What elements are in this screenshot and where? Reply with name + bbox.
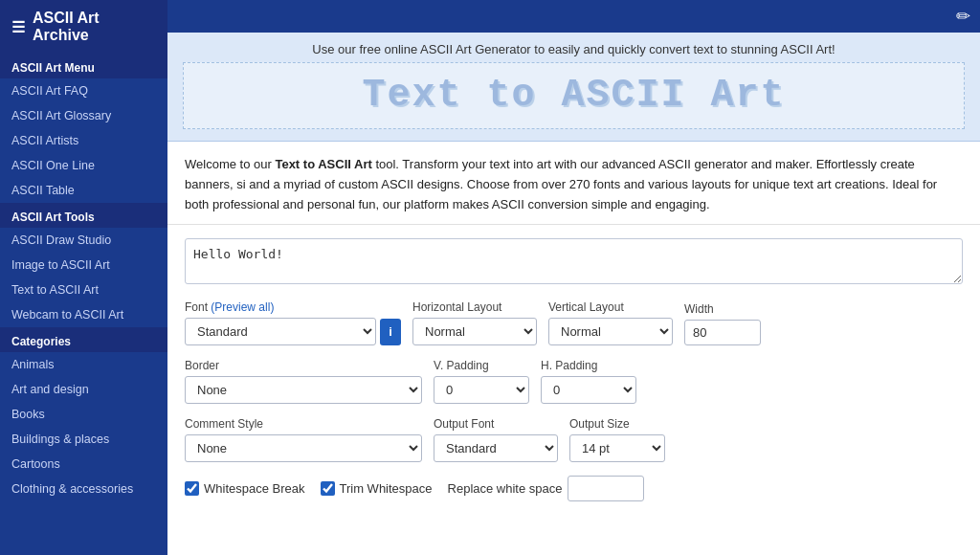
text-input[interactable]: Hello World! <box>185 238 963 284</box>
main-content: ✏ Use our free online ASCII Art Generato… <box>167 0 980 555</box>
hamburger-icon[interactable]: ☰ <box>11 18 25 36</box>
comment-style-group: Comment Style None C C++ HTML <box>185 417 422 462</box>
vpadding-select[interactable]: 0 1 2 3 <box>434 376 529 404</box>
controls-row-2: Border None Single Line Double Line V. P… <box>185 359 963 404</box>
sidebar-item-table[interactable]: ASCII Table <box>0 178 167 203</box>
border-group: Border None Single Line Double Line <box>185 359 422 404</box>
hpadding-label: H. Padding <box>541 359 636 372</box>
comment-style-label: Comment Style <box>185 417 422 431</box>
border-select[interactable]: None Single Line Double Line <box>185 376 422 404</box>
replace-whitespace-label[interactable]: Replace white space <box>448 476 644 501</box>
vertical-layout-select[interactable]: Normal Fitted Full <box>548 318 673 345</box>
font-preview-link[interactable]: (Preview all) <box>211 300 274 314</box>
replace-whitespace-input[interactable] <box>568 476 644 501</box>
vpadding-group: V. Padding 0 1 2 3 <box>434 359 529 404</box>
vpadding-label: V. Padding <box>434 359 529 372</box>
horizontal-layout-label: Horizontal Layout <box>412 300 537 314</box>
hpadding-select[interactable]: 0 1 2 3 <box>541 376 636 404</box>
trim-whitespace-checkbox[interactable] <box>321 481 335 496</box>
sidebar-item-one-line[interactable]: ASCII One Line <box>0 153 167 178</box>
output-font-select[interactable]: Standard Courier Monospace <box>434 434 558 462</box>
whitespace-break-checkbox[interactable] <box>185 481 199 496</box>
width-group: Width <box>684 302 761 345</box>
sidebar-item-artists[interactable]: ASCII Artists <box>0 128 167 153</box>
sidebar-item-books[interactable]: Books <box>0 402 167 427</box>
whitespace-break-text: Whitespace Break <box>204 481 305 496</box>
sidebar-item-glossary[interactable]: ASCII Art Glossary <box>0 103 167 128</box>
checkbox-row: Whitespace Break Trim Whitespace Replace… <box>185 476 963 501</box>
sidebar-header: ☰ ASCII Art Archive <box>0 0 167 54</box>
vertical-layout-label: Vertical Layout <box>548 300 673 314</box>
output-size-label: Output Size <box>569 417 665 431</box>
sidebar: ☰ ASCII Art Archive ASCII Art Menu ASCII… <box>0 0 167 555</box>
comment-style-select[interactable]: None C C++ HTML <box>185 434 422 462</box>
controls-row-3: Comment Style None C C++ HTML Output Fon… <box>185 417 963 462</box>
description-section: Welcome to our Text to ASCII Art tool. T… <box>167 142 980 225</box>
output-size-group: Output Size 10 pt 12 pt 14 pt 16 pt <box>569 417 665 462</box>
font-group: Font (Preview all) Standard Banner Block… <box>185 300 401 345</box>
font-row: Standard Banner Block Bubble Digital Doo… <box>185 318 401 345</box>
sidebar-item-clothing[interactable]: Clothing & accessories <box>0 477 167 501</box>
sidebar-item-faq[interactable]: ASCII Art FAQ <box>0 78 167 103</box>
trim-whitespace-label[interactable]: Trim Whitespace <box>321 481 433 496</box>
pencil-icon[interactable]: ✏ <box>956 6 970 27</box>
ascii-title-art: Text to ASCII Art <box>183 62 965 129</box>
border-label: Border <box>185 359 422 372</box>
font-label: Font (Preview all) <box>185 300 401 314</box>
sidebar-item-text-to-ascii[interactable]: Text to ASCII Art <box>0 278 167 302</box>
hpadding-group: H. Padding 0 1 2 3 <box>541 359 636 404</box>
banner-section: Use our free online ASCII Art Generator … <box>167 33 980 142</box>
font-info-button[interactable]: i <box>380 319 401 345</box>
horizontal-layout-select[interactable]: Normal Fitted Full Controlled Smushing U… <box>412 318 537 345</box>
output-font-group: Output Font Standard Courier Monospace <box>434 417 558 462</box>
output-size-select[interactable]: 10 pt 12 pt 14 pt 16 pt <box>569 434 665 462</box>
sidebar-menu-title: ASCII Art Menu <box>0 54 167 78</box>
trim-whitespace-text: Trim Whitespace <box>340 481 433 496</box>
sidebar-item-buildings-places[interactable]: Buildings & places <box>0 427 167 452</box>
replace-whitespace-text: Replace white space <box>448 481 563 496</box>
width-label: Width <box>684 302 761 316</box>
sidebar-item-draw-studio[interactable]: ASCII Draw Studio <box>0 228 167 253</box>
sidebar-item-animals[interactable]: Animals <box>0 352 167 377</box>
vertical-layout-group: Vertical Layout Normal Fitted Full <box>548 300 673 345</box>
sidebar-item-webcam-to-ascii[interactable]: Webcam to ASCII Art <box>0 302 167 327</box>
sidebar-tools-title: ASCII Art Tools <box>0 203 167 228</box>
whitespace-break-label[interactable]: Whitespace Break <box>185 481 305 496</box>
sidebar-item-image-to-ascii[interactable]: Image to ASCII Art <box>0 253 167 278</box>
sidebar-item-art-and-design[interactable]: Art and design <box>0 377 167 402</box>
sidebar-title: ASCII Art Archive <box>33 10 156 44</box>
sidebar-categories-title: Categories <box>0 327 167 352</box>
tool-area: Hello World! Font (Preview all) Standard… <box>167 225 980 555</box>
horizontal-layout-group: Horizontal Layout Normal Fitted Full Con… <box>412 300 537 345</box>
output-font-label: Output Font <box>434 417 558 431</box>
controls-row-1: Font (Preview all) Standard Banner Block… <box>185 300 963 345</box>
main-topbar: ✏ <box>167 0 980 33</box>
sidebar-item-cartoons[interactable]: Cartoons <box>0 452 167 477</box>
description-text: Welcome to our Text to ASCII Art tool. T… <box>185 157 937 211</box>
banner-subtitle: Use our free online ASCII Art Generator … <box>183 42 965 56</box>
width-input[interactable] <box>684 320 761 345</box>
font-select[interactable]: Standard Banner Block Bubble Digital Doo… <box>185 318 376 345</box>
